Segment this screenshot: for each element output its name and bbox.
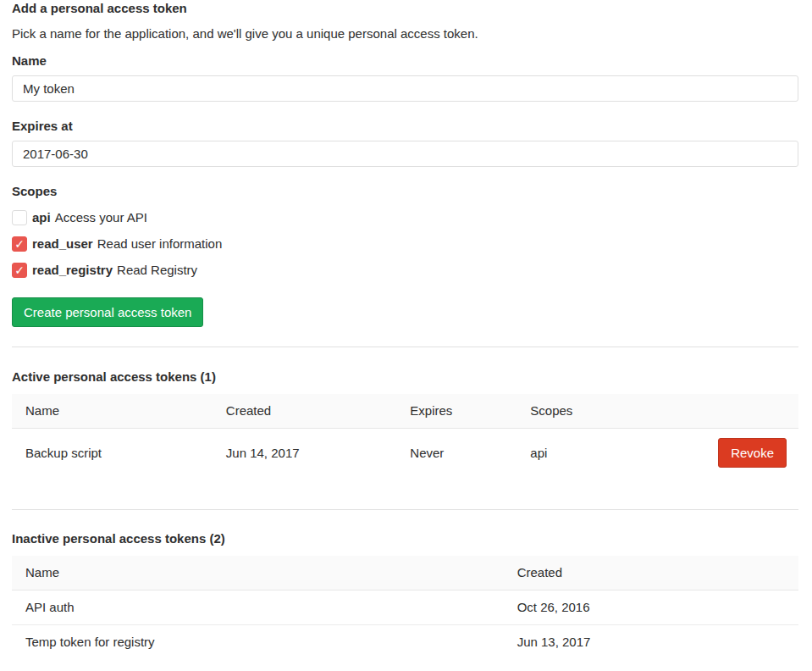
column-header-name: Name (12, 556, 504, 590)
inactive-tokens-heading: Inactive personal access tokens (2) (12, 531, 798, 546)
scope-name: read_registry (32, 263, 113, 277)
section-divider (12, 347, 798, 347)
column-header-scopes: Scopes (516, 394, 704, 428)
column-header-created: Created (504, 556, 798, 590)
token-created-cell: Jun 13, 2017 (504, 624, 798, 659)
column-header-created: Created (213, 394, 396, 428)
expires-at-input[interactable] (12, 141, 798, 167)
token-created-cell: Oct 26, 2016 (504, 590, 798, 624)
add-token-description: Pick a name for the application, and we'… (12, 26, 798, 42)
table-row: API auth Oct 26, 2016 (12, 590, 798, 624)
create-token-button[interactable]: Create personal access token (12, 297, 203, 327)
scope-name: api (32, 210, 51, 225)
inactive-tokens-header-row: Name Created (12, 556, 798, 590)
token-action-cell: Revoke (704, 428, 798, 478)
active-tokens-heading: Active personal access tokens (1) (12, 369, 798, 385)
scope-row-read-user[interactable]: read_user Read user information (12, 236, 798, 252)
read-user-checkbox[interactable] (12, 236, 27, 252)
scope-description: Access your API (55, 210, 147, 225)
add-token-heading: Add a personal access token (12, 0, 798, 16)
scopes-label: Scopes (12, 184, 798, 199)
column-header-expires: Expires (396, 394, 516, 428)
token-name-cell: API auth (12, 590, 504, 624)
inactive-tokens-table: Name Created API auth Oct 26, 2016 Temp … (12, 556, 798, 659)
name-label: Name (12, 53, 798, 69)
token-name-input[interactable] (12, 75, 798, 102)
read-registry-checkbox[interactable] (12, 263, 27, 278)
table-row: Backup script Jun 14, 2017 Never api Rev… (12, 428, 798, 478)
revoke-button[interactable]: Revoke (718, 438, 787, 468)
token-expires-cell: Never (396, 428, 516, 478)
scope-name: read_user (32, 236, 93, 251)
token-scopes-cell: api (516, 428, 704, 478)
column-header-actions (704, 394, 798, 428)
section-divider (12, 509, 798, 510)
scope-description: Read Registry (117, 263, 197, 277)
token-name-cell: Backup script (12, 428, 213, 478)
token-created-cell: Jun 14, 2017 (213, 428, 396, 478)
api-checkbox[interactable] (12, 210, 27, 225)
active-tokens-table: Name Created Expires Scopes Backup scrip… (12, 394, 798, 478)
scope-description: Read user information (97, 236, 223, 251)
table-row: Temp token for registry Jun 13, 2017 (12, 624, 798, 659)
expires-at-label: Expires at (12, 119, 798, 134)
personal-access-tokens-page: Add a personal access token Pick a name … (0, 0, 812, 659)
scope-row-api[interactable]: api Access your API (12, 209, 798, 225)
column-header-name: Name (12, 394, 213, 428)
scope-row-read-registry[interactable]: read_registry Read Registry (12, 262, 798, 278)
token-name-cell: Temp token for registry (12, 624, 504, 659)
active-tokens-header-row: Name Created Expires Scopes (12, 394, 798, 428)
